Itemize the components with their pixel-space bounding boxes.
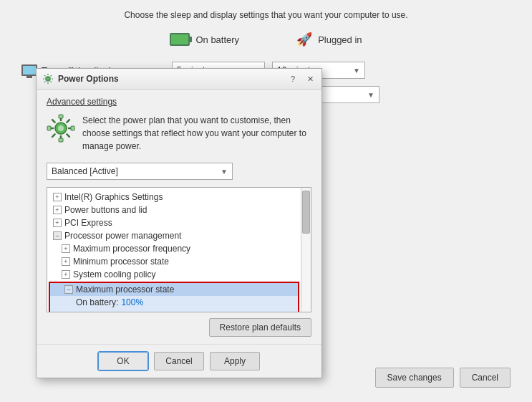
dialog-footer: OK Cancel Apply [37,344,321,378]
expand-power-buttons[interactable]: + [53,206,62,214]
restore-btn-row: Restore plan defaults [47,318,311,337]
save-button[interactable]: Save changes [375,368,454,388]
svg-rect-5 [47,126,51,130]
expand-processor-mgmt[interactable]: − [53,231,62,240]
svg-rect-6 [71,126,74,130]
svg-rect-4 [59,138,63,142]
tree-item-max-state[interactable]: − Maximum processor state [50,283,298,296]
svg-rect-3 [59,115,63,118]
plug-icon: 🚀 [296,32,312,47]
tree-item-pci[interactable]: + PCI Express [47,216,301,229]
dialog-info-row: Select the power plan that you want to c… [47,114,311,153]
advanced-settings-label: Advanced settings [47,97,311,107]
dialog-title: Power Options [58,74,119,84]
dialog-gear-icon [42,73,54,85]
expand-intel[interactable]: + [53,193,62,201]
battery-label: On battery [195,34,239,45]
ok-button[interactable]: OK [98,352,148,370]
tree-item-cooling[interactable]: + System cooling policy [47,268,301,281]
dropdown-arrow-2: ▼ [353,67,360,75]
monitor-icon [21,64,37,76]
header-description: Choose the sleep and display settings th… [21,7,511,20]
dialog-close-btn[interactable]: ✕ [304,73,316,85]
battery-icon [170,33,190,46]
expand-max-state[interactable]: − [64,285,73,294]
plan-dropdown[interactable]: Balanced [Active] ▼ [47,163,233,180]
highlighted-section: − Maximum processor state On battery: 10… [49,282,299,312]
svg-point-0 [46,77,50,81]
dropdown-arrow-4: ▼ [367,91,374,99]
apply-button[interactable]: Apply [210,352,260,370]
dialog-titlebar: Power Options ? ✕ [37,69,321,90]
dialog-title-left: Power Options [42,73,119,85]
scrollbar-thumb[interactable] [302,191,310,234]
sub-item-plugged: Plugged in: 100% [50,309,298,312]
tree-item-max-freq[interactable]: + Maximum processor frequency [47,242,301,255]
settings-gear-icon [47,114,75,143]
expand-min-state[interactable]: + [62,257,70,266]
tree-item-processor-mgmt[interactable]: − Processor power management [47,229,301,242]
battery-value: 100% [121,297,143,307]
tree-scrollbar[interactable] [301,188,311,312]
power-options-dialog: Power Options ? ✕ Advanced settings Sele… [36,68,322,378]
expand-cooling[interactable]: + [62,270,70,279]
plugged-label: Plugged in [318,34,362,45]
dialog-info-text: Select the power plan that you want to c… [82,114,311,153]
svg-point-2 [58,125,64,131]
dialog-help-btn[interactable]: ? [287,73,299,85]
sub-item-battery: On battery: 100% [50,296,298,309]
dialog-body: Advanced settings Select the power plan … [37,90,321,344]
tree-container[interactable]: + Intel(R) Graphics Settings + Power but… [47,187,311,312]
power-icons-row: On battery 🚀 Plugged in [21,32,511,47]
tree-item-power-buttons[interactable]: + Power buttons and lid [47,204,301,216]
dialog-title-controls: ? ✕ [287,73,316,85]
dialog-cancel-button[interactable]: Cancel [154,352,204,370]
tree-scroll-content: + Intel(R) Graphics Settings + Power but… [47,191,311,312]
plugged-item: 🚀 Plugged in [296,32,362,47]
battery-item: On battery [170,33,239,46]
tree-item-min-state[interactable]: + Minimum processor state [47,255,301,268]
plan-dropdown-row: Balanced [Active] ▼ [47,163,311,180]
cancel-button[interactable]: Cancel [460,368,511,388]
plan-dropdown-arrow: ▼ [221,168,228,176]
expand-pci[interactable]: + [53,219,62,227]
action-buttons: Save changes Cancel [375,368,511,388]
plugged-value: 100% [122,310,144,312]
expand-max-freq[interactable]: + [62,244,70,253]
restore-defaults-button[interactable]: Restore plan defaults [209,318,311,337]
tree-item-intel[interactable]: + Intel(R) Graphics Settings [47,191,301,204]
